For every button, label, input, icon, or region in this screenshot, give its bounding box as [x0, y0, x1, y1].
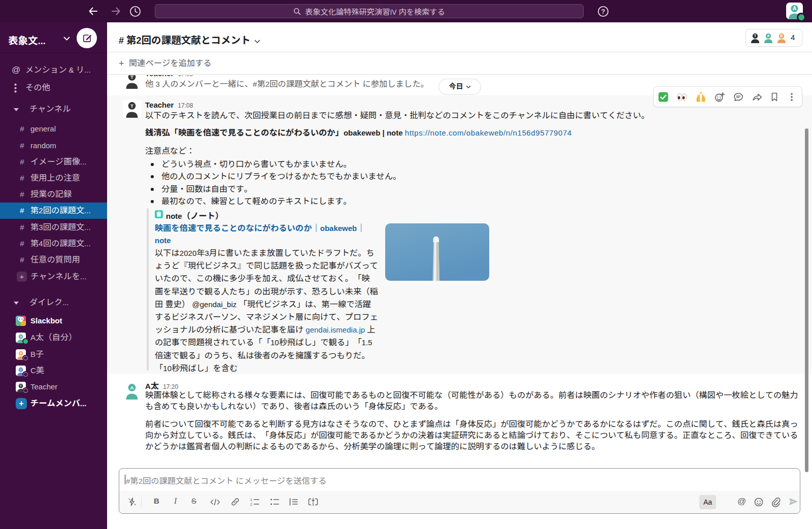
svg-text:2: 2	[250, 502, 252, 507]
svg-text:B: B	[20, 351, 22, 355]
svg-text:A: A	[130, 385, 133, 390]
svg-text:T: T	[130, 103, 133, 109]
svg-text:A: A	[793, 6, 797, 11]
svg-text:A: A	[20, 335, 22, 338]
svg-text:T: T	[20, 384, 22, 387]
svg-text:T: T	[130, 75, 133, 80]
svg-text:B: B	[780, 34, 783, 38]
svg-text:A: A	[767, 34, 770, 38]
svg-text:1: 1	[250, 498, 252, 502]
svg-text:?: ?	[601, 8, 605, 15]
svg-text:T: T	[754, 34, 757, 38]
svg-text:C: C	[20, 368, 22, 371]
